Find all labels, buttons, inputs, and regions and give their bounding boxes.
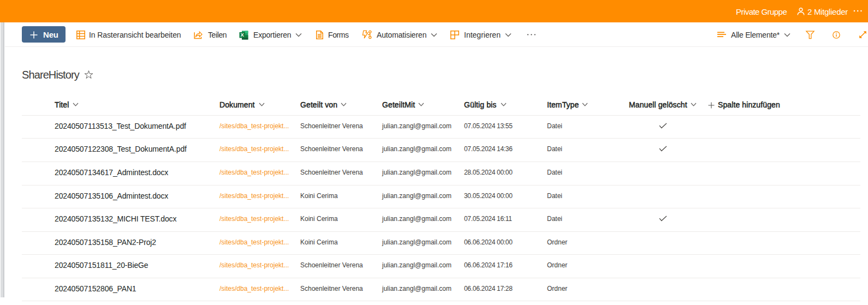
svg-text:X: X bbox=[241, 32, 245, 38]
